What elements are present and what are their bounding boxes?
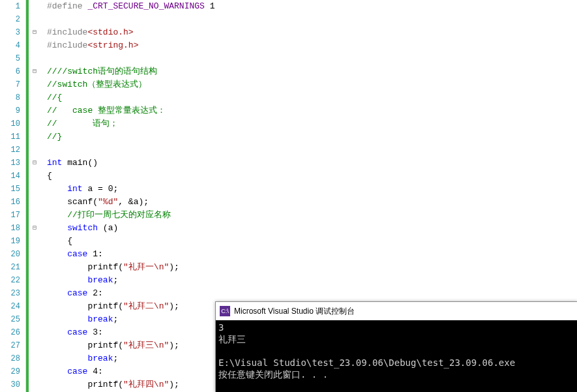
line-number: 2 (0, 13, 20, 26)
line-number: 28 (0, 352, 20, 365)
line-number: 1 (0, 0, 20, 13)
keyword: switch (67, 223, 98, 233)
line-number: 19 (0, 235, 20, 248)
fold-toggle-icon[interactable]: ⊟ (33, 222, 37, 235)
console-line: 3 (218, 322, 224, 333)
line-number: 3 (0, 26, 20, 39)
console-title: Microsoft Visual Studio 调试控制台 (234, 306, 355, 317)
keyword: case (67, 327, 87, 337)
text: 1 (205, 1, 215, 11)
macro-name: _CRT_SECURE_NO_WARNINGS (87, 1, 204, 11)
line-number: 30 (0, 378, 20, 391)
line-number: 5 (0, 52, 20, 65)
line-number: 7 (0, 78, 20, 91)
keyword: case (67, 288, 87, 298)
string: "礼拜三\n" (123, 340, 169, 350)
keyword: int (47, 158, 62, 168)
paren: ( (93, 197, 98, 207)
comment: //{ (47, 93, 62, 102)
brace: { (47, 171, 52, 181)
line-number: 20 (0, 248, 20, 261)
func-call: scanf (67, 197, 93, 207)
console-line: 按任意键关闭此窗口. . . (218, 369, 328, 380)
console-titlebar[interactable]: C:\ Microsoft Visual Studio 调试控制台 (216, 302, 577, 320)
debug-console-window[interactable]: C:\ Microsoft Visual Studio 调试控制台 3 礼拜三 … (215, 301, 577, 392)
keyword: case (67, 249, 87, 259)
comment: // case 整型常量表达式： (47, 106, 166, 115)
comment: //switch（整型表达式） (47, 80, 147, 89)
var-decl: a = 0; (83, 184, 119, 194)
keyword: case (67, 367, 87, 376)
fold-toggle-icon[interactable]: ⊟ (33, 65, 37, 78)
semi: ; (113, 275, 118, 285)
func-call: printf (87, 340, 118, 350)
line-number: 24 (0, 300, 20, 313)
paren: ( (118, 262, 123, 272)
string: "礼拜二\n" (123, 301, 169, 311)
line-number: 4 (0, 39, 20, 52)
line-number: 13 (0, 157, 20, 170)
comment: //} (47, 132, 62, 142)
folding-column: ⊟⊟⊟⊟ (26, 0, 44, 392)
func-call: printf (87, 262, 118, 272)
fold-toggle-icon[interactable]: ⊟ (33, 26, 37, 39)
console-line: E:\Visual Studio\test_23.09.06\Debug\tes… (218, 357, 515, 368)
vs-console-icon: C:\ (220, 306, 230, 316)
string: "%d" (98, 197, 118, 207)
line-number: 15 (0, 183, 20, 196)
case-val: 3: (87, 327, 102, 337)
line-number: 16 (0, 196, 20, 209)
console-line: 礼拜三 (218, 334, 246, 344)
case-val: 4: (87, 367, 102, 376)
line-number: 8 (0, 91, 20, 104)
string: "礼拜一\n" (123, 262, 169, 272)
args: , &a); (118, 197, 149, 207)
comment: // 语句； (47, 119, 118, 128)
preproc: #include (47, 27, 87, 37)
line-number: 12 (0, 143, 20, 157)
func-call: printf (87, 380, 118, 389)
line-number: 6 (0, 65, 20, 78)
func-call: printf (87, 301, 118, 311)
comment: ////switch语句的语句结构 (47, 67, 157, 76)
line-number: 18 (0, 222, 20, 235)
case-val: 2: (87, 288, 102, 298)
string: "礼拜四\n" (123, 380, 169, 389)
line-number: 29 (0, 365, 20, 378)
paren: ); (169, 262, 179, 272)
brace: { (67, 236, 72, 246)
line-number: 14 (0, 170, 20, 183)
line-number: 21 (0, 261, 20, 274)
expr: (a) (98, 223, 118, 233)
line-number: 26 (0, 326, 20, 339)
preproc: #include (47, 40, 87, 50)
keyword: int (67, 184, 82, 194)
line-number: 11 (0, 130, 20, 143)
keyword: break (87, 314, 113, 324)
include-file: <string.h> (87, 40, 138, 50)
line-number: 23 (0, 287, 20, 300)
fold-toggle-icon[interactable]: ⊟ (33, 157, 37, 170)
line-number: 17 (0, 209, 20, 222)
include-file: <stdio.h> (87, 27, 133, 37)
line-number-gutter: 1234567891011121314151617181920212223242… (0, 0, 26, 392)
line-number: 25 (0, 313, 20, 326)
line-number: 10 (0, 117, 20, 130)
comment: //打印一周七天的对应名称 (67, 210, 171, 220)
case-val: 1: (87, 249, 102, 259)
console-output[interactable]: 3 礼拜三 E:\Visual Studio\test_23.09.06\Deb… (216, 320, 577, 382)
line-number: 22 (0, 274, 20, 287)
keyword: break (87, 275, 113, 285)
keyword: break (87, 354, 113, 363)
line-number: 27 (0, 339, 20, 352)
preproc: #define (47, 1, 87, 11)
line-number: 9 (0, 104, 20, 117)
func-decl: main() (62, 158, 98, 168)
